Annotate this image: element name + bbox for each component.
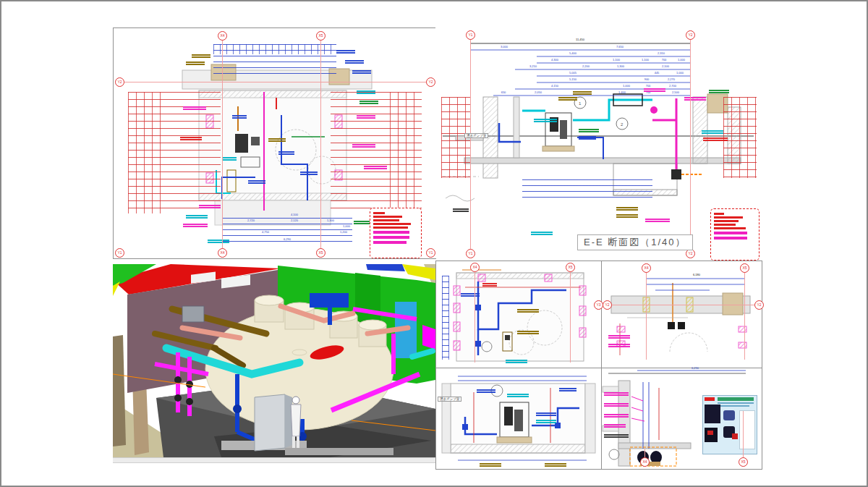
revision-note-box: [710, 208, 760, 261]
grid-bubble-y2: Y2: [115, 77, 124, 87]
dim-value: 2,700: [669, 84, 676, 88]
section-title: E-E 断面図（1/40）: [577, 234, 693, 250]
dim-value: 1,400: [618, 90, 626, 94]
dim-total: 11,450: [576, 38, 584, 41]
dim-value: 700: [646, 84, 651, 88]
room-label: 湧水ポンプ室: [438, 397, 461, 402]
dim-value: 2,100: [662, 64, 669, 68]
dim-value: 2,310: [658, 51, 665, 55]
grid-bubble-x4: X4: [642, 263, 651, 273]
grid-bubble-x4: X4: [218, 248, 227, 258]
dim-value: 6,290: [284, 237, 291, 241]
dim-value: 1,000: [623, 84, 630, 88]
dim-value: 4,150: [551, 84, 558, 88]
dim-value: 900: [644, 77, 650, 81]
grid-bubble-x5: X5: [739, 457, 748, 467]
detail-plan-a: X4 X5 Y3: [436, 261, 601, 368]
grid-bubble-x5: X5: [566, 263, 575, 272]
viewport-scroll-strip[interactable]: [113, 457, 435, 463]
grid-bubble-y2: Y2: [603, 300, 612, 310]
dim-value: 2,120: [291, 219, 298, 222]
grid-bubble-x4: X4: [218, 31, 227, 41]
dim-value: 3,210: [529, 64, 537, 68]
svg-text:1: 1: [579, 101, 582, 106]
dim-value: 2,500: [672, 90, 679, 94]
card-header-green: [718, 397, 754, 401]
grid-bubble-x5: X5: [740, 263, 749, 273]
grid-line-x4: [222, 40, 223, 253]
section-view-panel: 2 1 Y1 Y2 Y1 Y2 11,450 3,000 7,650 5,400…: [435, 27, 761, 258]
detail-plan-b: X4 X5 Y2 Y2 6,180: [601, 261, 762, 368]
dim-value: 1,300: [327, 219, 334, 222]
dimension-cluster-left-ticks: [128, 92, 161, 213]
dim-value: 2,200: [582, 64, 590, 68]
revision-note-box: [370, 208, 422, 258]
room-label: 湧水ポンプ室: [464, 133, 488, 138]
dimension-band-top-ticks: [213, 44, 336, 54]
dim-value: 1,100: [642, 58, 649, 62]
plan-view-panel: X4 X5 Y2 Y2 Y1 Y1 X4 X5 2,720 4,100 2,12…: [113, 27, 436, 259]
product-reference-card: [702, 395, 757, 454]
dim-value: 1,000: [678, 58, 685, 62]
product-photo: [705, 428, 718, 442]
dim-value: 650: [501, 90, 506, 94]
dim-value: 4,750: [262, 230, 269, 234]
dim-total: 6,180: [693, 273, 700, 276]
detail-quad-panel: X4 X5 Y3: [435, 261, 762, 470]
dim-value: 1,000: [676, 71, 684, 75]
detail-section-c: 湧水ポンプ室: [436, 368, 601, 469]
drawing-sheet: X4 X5 Y2 Y2 Y1 Y1 X4 X5 2,720 4,100 2,12…: [0, 0, 868, 487]
product-photo: [723, 410, 735, 420]
detail-section-d: 6,230 X4 X5: [601, 368, 762, 469]
grid-bubble-y2: Y2: [426, 77, 435, 87]
dimension-band-bottom: [222, 218, 352, 247]
dim-value: 1,200: [340, 230, 347, 234]
dim-value: 4,100: [291, 213, 298, 216]
dim-value: 7,650: [616, 45, 624, 48]
viewport-3d[interactable]: [113, 264, 435, 457]
grid-bubble-x5: X5: [316, 248, 326, 258]
dim-value: 445: [655, 71, 660, 75]
grid-bubble-x4: X4: [470, 263, 480, 272]
dim-value: 5,400: [569, 51, 576, 55]
dim-value: 2,270: [668, 77, 675, 81]
grid-line-x5: [320, 40, 321, 253]
product-photo: [705, 405, 720, 423]
card-header-red: [705, 397, 715, 401]
dim-total: 6,230: [692, 366, 699, 370]
grid-bubble-y1: Y1: [466, 249, 475, 258]
model-3d-render: [113, 264, 435, 457]
grid-bubble-y2: Y2: [754, 300, 764, 310]
dimension-ladder: [435, 27, 761, 100]
dim-value: 5,150: [569, 77, 576, 81]
dim-value: 1,300: [617, 64, 624, 68]
grid-bubble-y1: Y1: [115, 248, 124, 258]
dim-value: 700: [662, 58, 667, 62]
grid-bubble-y2: Y2: [686, 30, 695, 40]
product-diagram: [739, 410, 755, 449]
dim-value: 5,005: [569, 71, 576, 75]
grid-line-y2: [123, 82, 427, 82]
grid-bubble-y1: Y1: [466, 30, 475, 40]
dim-value: 1,100: [613, 58, 620, 62]
dimension-cluster-right-ticks: [390, 92, 422, 213]
grid-bubble-y1: Y1: [426, 248, 435, 258]
grid-bubble-x4: X4: [640, 457, 650, 467]
dim-value: 2,720: [247, 219, 255, 222]
dim-value: 1,000: [343, 224, 350, 228]
dim-value: 2,050: [535, 90, 542, 94]
dim-value: 4,300: [551, 58, 558, 62]
svg-text:2: 2: [621, 122, 624, 127]
dim-value: 3,000: [501, 45, 508, 48]
grid-bubble-x5: X5: [316, 31, 326, 41]
